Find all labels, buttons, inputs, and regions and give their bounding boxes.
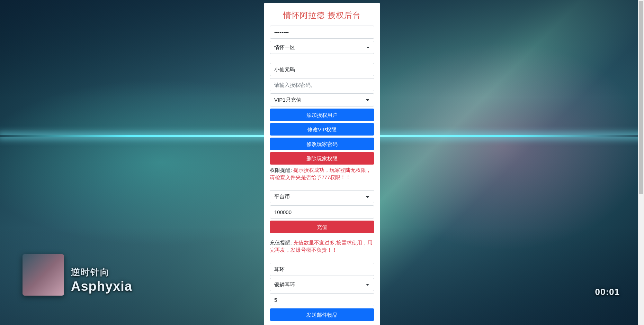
send-mail-button[interactable]: 发送邮件物品 <box>270 308 374 321</box>
delete-permission-button[interactable]: 删除玩家权限 <box>270 152 374 165</box>
vip-level-select[interactable]: VIP1只充值 <box>270 93 374 106</box>
vertical-scrollbar[interactable] <box>638 0 644 325</box>
permission-hint: 权限提醒: 提示授权成功，玩家登陆无权限，请检查文件夹是否给予777权限！！ <box>270 167 374 181</box>
page-title: 情怀阿拉德 授权后台 <box>270 10 374 21</box>
modify-vip-button[interactable]: 修改VIP权限 <box>270 123 374 136</box>
track-subtitle: 逆时针向 <box>71 266 110 278</box>
recharge-amount-input[interactable] <box>270 205 374 219</box>
currency-select[interactable]: 平台币 <box>270 190 374 203</box>
item-qty-input[interactable] <box>270 293 374 306</box>
recharge-button[interactable]: 充值 <box>270 221 374 233</box>
album-thumbnail <box>23 254 64 296</box>
track-title: Asphyxia <box>71 279 132 294</box>
account-password-input[interactable] <box>270 26 374 39</box>
auth-password-input[interactable] <box>270 78 374 91</box>
item-select[interactable]: 银鳞耳环 <box>270 278 374 291</box>
item-category-input[interactable] <box>270 263 374 276</box>
scrollbar-thumb[interactable] <box>639 1 643 194</box>
add-auth-user-button[interactable]: 添加授权用户 <box>270 109 374 121</box>
zone-select[interactable]: 情怀一区 <box>270 41 374 54</box>
admin-panel: 情怀阿拉德 授权后台 情怀一区 VIP1只充值 添加授权用户 修改VIP权限 修… <box>264 3 380 325</box>
modify-password-button[interactable]: 修改玩家密码 <box>270 138 374 150</box>
auth-code-input[interactable] <box>270 63 374 76</box>
recharge-hint: 充值提醒: 充值数量不宜过多,按需求使用，用完再发，发爆号概不负责！！ <box>270 239 374 254</box>
play-timer: 00:01 <box>595 287 620 297</box>
